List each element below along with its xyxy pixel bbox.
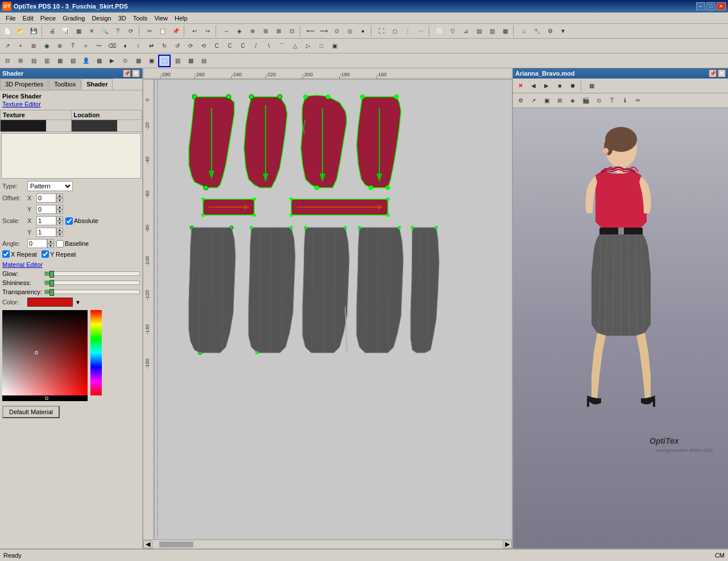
tab-toolbox[interactable]: Toolbox [49,79,81,90]
scale-x-up[interactable]: ▲ [56,216,63,221]
open-button[interactable]: 📂 [14,25,27,38]
transparency-slider-track[interactable] [44,290,140,294]
shininess-slider-track[interactable] [44,280,140,285]
t2-22[interactable]: ⌒ [276,40,288,52]
viewer-pin-button[interactable]: 📌 [709,69,717,77]
baseline-label[interactable]: Baseline [56,240,89,248]
t3-12[interactable]: ▣ [145,55,158,67]
offset-y-down[interactable]: ▼ [56,209,63,214]
menu-tools[interactable]: Tools [130,14,151,23]
t3-8[interactable]: ▩ [93,55,105,67]
menu-view[interactable]: View [151,14,171,23]
location-cell[interactable] [72,120,117,131]
offset-x-spinner[interactable]: ▲ ▼ [36,193,63,203]
tool25[interactable]: ⬜ [433,25,446,38]
t3-15[interactable]: ▩ [184,55,197,67]
t3-1[interactable]: ⊟ [1,55,14,67]
tab-shader[interactable]: Shader [81,79,113,90]
cut-button[interactable]: ✂ [143,25,156,38]
viewer-stop[interactable]: ■ [553,80,566,92]
viewer-t2-3[interactable]: ▣ [540,94,553,107]
angle-up[interactable]: ▲ [47,239,54,244]
tool13[interactable]: ⊞ [259,25,272,38]
menu-edit[interactable]: Edit [19,14,37,23]
panel-controls[interactable]: 📌 ✕ [123,69,140,77]
t2-4[interactable]: ◉ [40,40,53,52]
print-button[interactable]: 🖨 [46,25,59,38]
tool14[interactable]: ⊠ [272,25,285,38]
t3-3[interactable]: ▤ [27,55,40,67]
offset-x-input[interactable] [36,193,56,203]
y-repeat-checkbox[interactable] [42,250,49,258]
tool20[interactable]: ● [357,25,369,38]
paste-button[interactable]: 📌 [169,25,182,38]
new-button[interactable]: 📄 [1,25,14,38]
tool21[interactable]: ⛶ [375,25,388,38]
tool3[interactable]: ▦ [72,25,85,38]
viewer-t2-7[interactable]: ⊙ [593,94,605,107]
tool19[interactable]: ◎ [344,25,356,38]
t3-4[interactable]: ▥ [40,55,53,67]
color-hue-strip[interactable] [90,310,102,395]
menu-grading[interactable]: Grading [59,14,88,23]
viewer-rec[interactable]: ⏺ [566,80,579,92]
absolute-checkbox[interactable] [65,217,73,225]
t2-9[interactable]: ⌫ [106,40,118,52]
print2-button[interactable]: 📊 [59,25,72,38]
t3-7[interactable]: 👤 [80,55,92,67]
undo-button[interactable]: ↩ [188,25,201,38]
t2-19[interactable]: C [237,40,249,52]
close-button[interactable]: ✕ [717,2,726,10]
viewer-prev[interactable]: ◀ [527,80,540,92]
viewer-t2-6[interactable]: 🎬 [580,94,592,107]
t2-3[interactable]: ⊞ [27,40,40,52]
tool6[interactable]: ? [111,25,124,38]
menu-design[interactable]: Design [88,14,114,23]
t3-9[interactable]: ▶ [106,55,118,67]
viewer-t2-8[interactable]: T [606,94,618,107]
t2-10[interactable]: ♦ [119,40,131,52]
t2-1[interactable]: ↗ [1,40,14,52]
scale-x-input[interactable] [36,216,56,225]
tool24[interactable]: ⋯ [415,25,427,38]
t2-20[interactable]: / [250,40,262,52]
t2-14[interactable]: ↺ [171,40,184,52]
minimize-button[interactable]: ─ [696,2,705,10]
tool11[interactable]: ◈ [233,25,246,38]
scale-x-spinner[interactable]: ▲ ▼ [36,216,63,225]
t2-13[interactable]: ↻ [158,40,171,52]
t3-16[interactable]: ▤ [197,55,210,67]
viewer-close-x[interactable]: ✕ [514,80,527,92]
hscroll-track[interactable] [154,542,502,547]
t2-5[interactable]: ⊕ [53,40,66,52]
panel-pin-button[interactable]: 📌 [123,69,131,77]
viewer-header-controls[interactable]: 📌 ✕ [709,69,726,77]
viewer-play[interactable]: ▶ [540,80,553,92]
offset-x-up[interactable]: ▲ [56,193,63,198]
viewer-tool1[interactable]: ▦ [585,80,598,92]
angle-spinner[interactable]: ▲ ▼ [27,239,54,248]
tool4[interactable]: ✕ [85,25,98,38]
viewer-t2-2[interactable]: ↗ [527,94,540,107]
texture-table-row[interactable] [1,120,142,132]
angle-input[interactable] [27,239,47,248]
tool16[interactable]: ⟵ [304,25,317,38]
t2-21[interactable]: \ [263,40,275,52]
tool5[interactable]: 🔍 [98,25,111,38]
viewer-t2-1[interactable]: ⚙ [514,94,527,107]
t3-10[interactable]: ⊙ [119,55,131,67]
tool34[interactable]: ▼ [557,25,569,38]
hscroll-left[interactable]: ◀ [143,541,152,548]
tool7[interactable]: ⟳ [125,25,137,38]
viewer-t2-4[interactable]: ⊞ [553,94,566,107]
menu-file[interactable]: File [2,14,19,23]
tool26[interactable]: ▽ [446,25,459,38]
scale-y-input[interactable] [36,228,56,237]
t2-12[interactable]: ⇄ [145,40,158,52]
tool10[interactable]: ↔ [220,25,233,38]
tool23[interactable]: ⋮ [402,25,414,38]
tool18[interactable]: ⊙ [330,25,343,38]
tool29[interactable]: ▥ [486,25,498,38]
t2-16[interactable]: ⟲ [197,40,210,52]
x-repeat-checkbox[interactable] [2,250,10,258]
